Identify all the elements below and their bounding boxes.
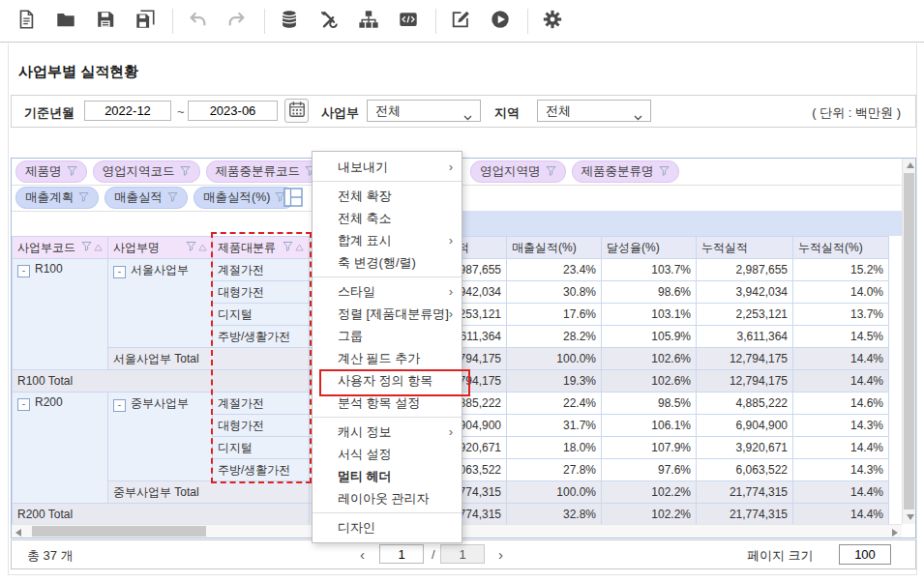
value-cell[interactable]: 12,794,175 [697, 370, 793, 393]
date-from-input[interactable] [84, 101, 171, 121]
value-cell[interactable]: 32.8% [507, 504, 602, 526]
value-column-header[interactable]: 매출실적(%) [507, 237, 602, 259]
value-cell[interactable]: 18.0% [507, 437, 602, 459]
value-cell[interactable]: 14.6% [793, 393, 889, 415]
vertical-scroll-thumb[interactable] [904, 173, 914, 509]
category-cell[interactable]: 디지털 [213, 437, 310, 459]
next-page-icon[interactable]: › [498, 546, 503, 563]
menu-item[interactable]: 서식 설정 [313, 443, 462, 465]
menu-item[interactable]: 디자인 [313, 516, 462, 538]
database-button[interactable] [275, 7, 304, 36]
undo-button[interactable] [183, 7, 212, 36]
value-cell[interactable]: 100.0% [507, 481, 602, 504]
dimension-chip[interactable]: 영업지역코드 [93, 160, 200, 183]
menu-item[interactable]: 전체 확장 [313, 185, 462, 207]
value-cell[interactable]: 14.3% [793, 459, 889, 481]
division-code-cell[interactable]: -R200 [13, 393, 108, 504]
value-cell[interactable]: 102.6% [602, 370, 697, 393]
region-select[interactable]: 전체 [537, 100, 651, 122]
filter-icon[interactable] [283, 241, 293, 254]
value-cell[interactable]: 22.4% [507, 393, 602, 415]
value-cell[interactable]: 97.6% [602, 459, 697, 481]
row-column-header[interactable]: 제품대분류 [213, 237, 310, 259]
value-cell[interactable]: 21,774,315 [697, 481, 793, 504]
value-cell[interactable]: 98.6% [602, 281, 697, 304]
value-cell[interactable]: 102.6% [602, 348, 697, 370]
menu-item[interactable]: 축 변경(행/렬) [313, 251, 462, 274]
code-button[interactable] [394, 7, 423, 36]
value-cell[interactable]: 28.2% [507, 326, 602, 348]
value-cell[interactable]: 106.1% [602, 415, 697, 437]
subtotal-label-cell[interactable]: 중부사업부 Total [108, 481, 310, 504]
value-cell[interactable]: 30.8% [507, 281, 602, 304]
division-select[interactable]: 전체 [367, 100, 481, 122]
value-cell[interactable]: 21,774,315 [697, 504, 793, 526]
menu-item[interactable]: 내보내기› [313, 156, 462, 178]
dimension-chip[interactable]: 제품중분류코드 [206, 160, 326, 183]
value-cell[interactable]: 103.7% [602, 259, 697, 281]
value-cell[interactable]: 4,885,222 [697, 393, 793, 415]
dimension-chip[interactable]: 영업지역명 [470, 160, 566, 183]
value-cell[interactable]: 2,987,655 [697, 259, 793, 281]
save-all-button[interactable] [131, 7, 160, 36]
menu-item[interactable]: 분석 항목 설정 [313, 392, 462, 414]
menu-item[interactable]: 정렬 [제품대분류명]› [313, 303, 462, 325]
subtotal-label-cell[interactable]: 서울사업부 Total [108, 348, 310, 370]
menu-item[interactable]: 합계 표시› [313, 229, 462, 251]
category-cell[interactable]: 주방/생활가전 [213, 459, 310, 481]
value-cell[interactable]: 3,611,364 [697, 326, 793, 348]
sort-icon[interactable] [198, 241, 207, 254]
scroll-right-icon[interactable] [892, 529, 898, 537]
value-cell[interactable]: 23.4% [507, 259, 602, 281]
settings-button[interactable] [538, 7, 567, 36]
menu-item[interactable]: 계산 필드 추가 [313, 347, 462, 369]
total-label-cell[interactable]: R100 Total [13, 370, 310, 393]
menu-item[interactable]: 캐시 정보› [313, 421, 462, 443]
measure-chip[interactable]: 매출실적(%) [194, 187, 295, 209]
edit-button[interactable] [446, 7, 475, 36]
sort-icon[interactable] [295, 241, 304, 254]
menu-item[interactable]: 그룹 [313, 325, 462, 347]
menu-item[interactable]: 멀티 헤더 [313, 465, 462, 487]
value-cell[interactable]: 14.4% [793, 437, 889, 459]
value-cell[interactable]: 107.9% [602, 437, 697, 459]
value-cell[interactable]: 6,904,900 [697, 415, 793, 437]
redo-button[interactable] [223, 7, 252, 36]
value-cell[interactable]: 14.5% [793, 326, 889, 348]
value-cell[interactable]: 102.2% [602, 504, 697, 526]
category-cell[interactable]: 계절가전 [213, 259, 310, 281]
division-name-cell[interactable]: -서울사업부 [108, 259, 213, 348]
value-cell[interactable]: 98.5% [602, 393, 697, 415]
value-cell[interactable]: 105.9% [602, 326, 697, 348]
value-cell[interactable]: 6,063,522 [697, 459, 793, 481]
scroll-up-icon[interactable] [907, 162, 914, 168]
category-cell[interactable]: 디지털 [213, 304, 310, 326]
value-cell[interactable]: 15.2% [793, 259, 889, 281]
scroll-left-icon[interactable] [15, 529, 21, 537]
tools-button[interactable] [314, 7, 343, 36]
value-cell[interactable]: 2,253,121 [697, 304, 793, 326]
division-code-cell[interactable]: -R100 [13, 259, 108, 370]
value-cell[interactable]: 31.7% [507, 415, 602, 437]
value-column-header[interactable]: 누적실적 [697, 237, 793, 259]
value-cell[interactable]: 103.1% [602, 304, 697, 326]
new-document-button[interactable] [12, 7, 41, 36]
value-cell[interactable]: 14.4% [793, 370, 889, 393]
value-cell[interactable]: 12,794,175 [697, 348, 793, 370]
measure-chip[interactable]: 매출실적 [104, 187, 188, 209]
value-cell[interactable]: 3,920,671 [697, 437, 793, 459]
row-column-header[interactable]: 사업부명 [108, 237, 213, 259]
value-cell[interactable]: 13.7% [793, 304, 889, 326]
scroll-down-icon[interactable] [907, 514, 914, 520]
value-cell[interactable]: 17.6% [507, 304, 602, 326]
horizontal-scroll-thumb[interactable] [32, 526, 206, 537]
category-cell[interactable]: 주방/생활가전 [213, 326, 310, 348]
category-cell[interactable]: 계절가전 [213, 393, 310, 415]
collapse-icon[interactable]: - [113, 399, 126, 412]
measure-chip[interactable]: 매출계획 [15, 187, 99, 209]
prev-page-icon[interactable]: ‹ [360, 546, 365, 563]
value-cell[interactable]: 3,942,034 [697, 281, 793, 304]
value-cell[interactable]: 14.4% [793, 348, 889, 370]
calendar-button[interactable] [284, 99, 309, 123]
value-cell[interactable]: 100.0% [507, 348, 602, 370]
